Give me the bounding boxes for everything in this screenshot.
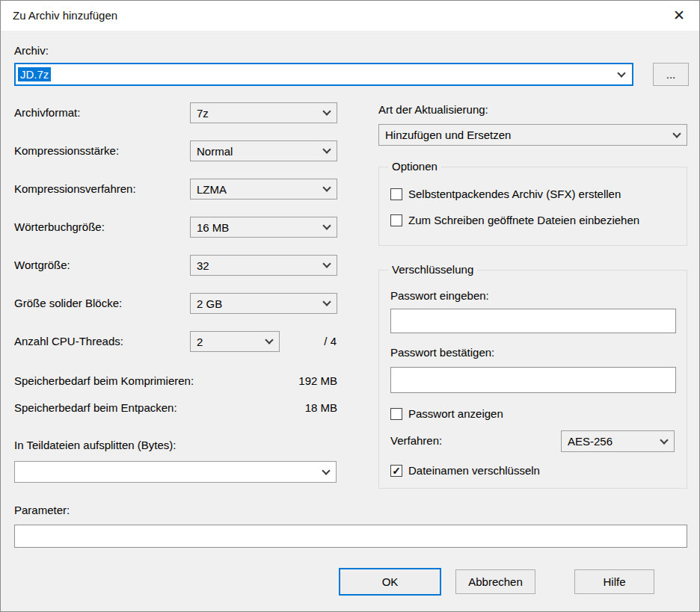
compression-method-select[interactable]: LZMA: [190, 179, 337, 200]
checkmark-icon: ✓: [392, 465, 401, 477]
show-password-checkbox-label: Passwort anzeigen: [408, 407, 503, 420]
cancel-button[interactable]: Abbrechen: [455, 569, 535, 594]
parameter-input[interactable]: [14, 525, 687, 548]
memory-decompress-label: Speicherbedarf beim Entpacken:: [14, 401, 177, 414]
update-mode-select[interactable]: Hinzufügen und Ersetzen: [378, 124, 687, 146]
shared-files-checkbox-label: Zum Schreiben geöffnete Dateien einbezie…: [408, 214, 639, 226]
dialog-title: Zu Archiv hinzufügen: [13, 1, 117, 31]
cpu-threads-label: Anzahl CPU-Threads:: [14, 331, 123, 352]
chevron-down-icon: [322, 107, 331, 115]
encryption-group-title: Verschlüsselung: [388, 263, 477, 276]
confirm-password-input[interactable]: [390, 367, 676, 393]
chevron-down-icon: [322, 145, 331, 153]
encrypt-names-checkbox-label: Dateinamen verschlüsseln: [408, 464, 540, 477]
ok-button[interactable]: OK: [339, 568, 441, 596]
chevron-down-icon: [672, 129, 681, 137]
chevron-down-icon: [322, 297, 331, 306]
solid-block-size-label: Größe solider Blöcke:: [14, 293, 122, 314]
split-volumes-label: In Teildateien aufsplitten (Bytes):: [14, 439, 176, 451]
memory-compress-value: 192 MB: [248, 374, 337, 387]
close-icon: ✕: [673, 7, 685, 24]
archive-label: Archiv:: [14, 44, 49, 57]
encryption-group: Verschlüsselung Passwort eingeben: Passw…: [378, 270, 687, 489]
memory-compress-label: Speicherbedarf beim Komprimieren:: [14, 374, 194, 387]
shared-files-checkbox[interactable]: [390, 214, 402, 226]
browse-button-label: ...: [666, 68, 676, 81]
archive-name-combobox[interactable]: JD.7z: [14, 63, 633, 86]
word-size-label: Wortgröße:: [14, 255, 70, 276]
encrypt-names-checkbox-row[interactable]: ✓ Dateinamen verschlüsseln: [390, 464, 540, 477]
enter-password-input[interactable]: [390, 309, 676, 333]
encryption-method-select[interactable]: AES-256: [561, 430, 675, 452]
chevron-down-icon: [617, 69, 625, 77]
archive-format-label: Archivformat:: [14, 102, 80, 123]
chevron-down-icon: [265, 336, 273, 344]
enter-password-label: Passwort eingeben:: [390, 289, 489, 302]
update-mode-label: Art der Aktualisierung:: [378, 103, 488, 116]
parameter-label: Parameter:: [14, 504, 70, 516]
dictionary-size-select[interactable]: 16 MB: [190, 217, 337, 238]
cpu-threads-total: / 4: [285, 331, 337, 352]
word-size-select[interactable]: 32: [190, 255, 337, 276]
sfx-checkbox[interactable]: [390, 188, 402, 200]
chevron-down-icon: [322, 221, 331, 229]
dictionary-size-label: Wörterbuchgröße:: [14, 217, 105, 238]
archive-name-value: JD.7z: [18, 67, 51, 81]
solid-block-size-select[interactable]: 2 GB: [190, 293, 337, 314]
cpu-threads-select[interactable]: 2: [190, 331, 280, 352]
close-button[interactable]: ✕: [662, 1, 696, 29]
shared-files-checkbox-row[interactable]: Zum Schreiben geöffnete Dateien einbezie…: [390, 214, 639, 226]
add-to-archive-dialog: Zu Archiv hinzufügen ✕ Archiv: JD.7z ...…: [0, 0, 700, 612]
chevron-down-icon: [322, 466, 330, 475]
options-group-title: Optionen: [388, 160, 441, 173]
split-volumes-combobox[interactable]: [14, 461, 337, 483]
show-password-checkbox-row[interactable]: Passwort anzeigen: [390, 407, 503, 420]
confirm-password-label: Passwort bestätigen:: [390, 346, 494, 359]
sfx-checkbox-label: Selbstentpackendes Archiv (SFX) erstelle…: [408, 188, 621, 200]
chevron-down-icon: [322, 259, 331, 268]
chevron-down-icon: [660, 436, 668, 444]
encrypt-names-checkbox[interactable]: ✓: [390, 465, 402, 477]
memory-decompress-value: 18 MB: [248, 401, 337, 414]
chevron-down-icon: [322, 183, 331, 191]
compression-level-select[interactable]: Normal: [190, 140, 337, 161]
archive-format-select[interactable]: 7z: [190, 102, 337, 123]
encryption-method-label: Verfahren:: [390, 434, 442, 447]
help-button[interactable]: Hilfe: [574, 569, 654, 594]
compression-level-label: Kompressionsstärke:: [14, 140, 119, 161]
titlebar[interactable]: Zu Archiv hinzufügen ✕: [1, 1, 699, 31]
compression-method-label: Kompressionsverfahren:: [14, 179, 136, 200]
show-password-checkbox[interactable]: [390, 408, 402, 420]
options-group: Optionen Selbstentpackendes Archiv (SFX)…: [378, 167, 687, 246]
browse-button[interactable]: ...: [653, 63, 689, 86]
sfx-checkbox-row[interactable]: Selbstentpackendes Archiv (SFX) erstelle…: [390, 188, 621, 200]
